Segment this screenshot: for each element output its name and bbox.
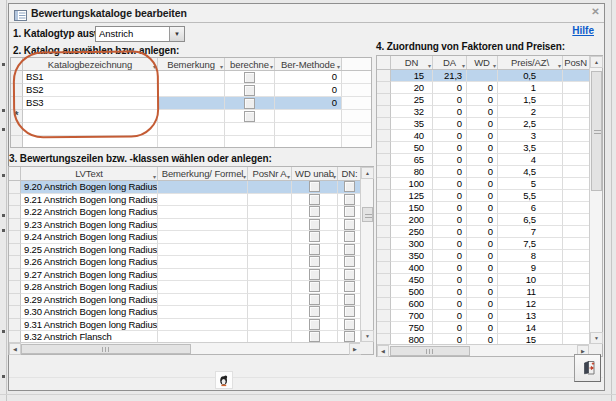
column-header-posnr[interactable]: PosN (563, 56, 589, 69)
table-row[interactable]: 9.25 Anstrich Bogen long Radius (9, 244, 360, 257)
cell-dn[interactable]: 80 (391, 166, 433, 178)
checkbox[interactable] (309, 269, 320, 280)
cell-posnr[interactable] (563, 262, 589, 274)
table-row[interactable]: 65004 (377, 154, 589, 166)
vertical-scrollbar[interactable]: ▲ ▼ (589, 56, 602, 344)
cell-berechne[interactable] (225, 110, 275, 123)
table-row[interactable]: 32002 (377, 106, 589, 118)
cell-ber-methode[interactable]: 0 (275, 97, 342, 110)
scroll-up-icon[interactable]: ▲ (361, 167, 374, 179)
row-selector[interactable] (377, 94, 391, 106)
exit-button[interactable] (574, 354, 601, 382)
cell-katalogbezeichnung[interactable]: BS3 (23, 97, 158, 110)
cell-posnr[interactable] (248, 269, 292, 282)
cell-posnr[interactable] (248, 331, 292, 342)
column-header-berechne[interactable]: berechne ▾ (225, 58, 275, 70)
cell-wd[interactable]: 0 (467, 226, 498, 238)
table-row[interactable]: 20001 (377, 82, 589, 94)
cell-da[interactable]: 0 (433, 106, 467, 118)
table-row[interactable]: 350008 (377, 250, 589, 262)
checkbox[interactable] (309, 294, 320, 305)
table-row[interactable]: 6000012 (377, 298, 589, 310)
cell-posnr[interactable] (563, 178, 589, 190)
cell-wd[interactable]: 0 (467, 274, 498, 286)
cell-wd-unab[interactable] (292, 206, 338, 219)
table-row[interactable]: 9.30 Anstrich Bogen long Radius (9, 306, 360, 319)
scrollbar-thumb[interactable] (362, 207, 373, 222)
cell-posnr[interactable] (563, 82, 589, 94)
checkbox[interactable] (344, 281, 355, 292)
cell-preis[interactable]: 6 (498, 202, 563, 214)
scrollbar-thumb[interactable] (390, 346, 470, 356)
checkbox[interactable] (244, 72, 255, 83)
cell-berechne[interactable] (225, 97, 275, 110)
cell-posnr[interactable] (248, 306, 292, 319)
cell-lvtext[interactable]: 9.31 Anstrich Bogen long Radius (21, 319, 158, 332)
row-selector[interactable] (377, 202, 391, 214)
cell-dn[interactable] (338, 319, 360, 332)
cell-posnr[interactable] (563, 238, 589, 250)
checkbox[interactable] (309, 244, 320, 255)
checkbox[interactable] (309, 231, 320, 242)
cell-posnr[interactable] (563, 166, 589, 178)
table-row[interactable]: 125005,5 (377, 190, 589, 202)
row-selector[interactable] (377, 178, 391, 190)
row-selector[interactable] (9, 181, 21, 194)
cell-dn[interactable]: 750 (391, 322, 433, 334)
cell-katalogbezeichnung[interactable] (23, 110, 158, 123)
cell-posnr[interactable] (563, 274, 589, 286)
cell-wd[interactable]: 0 (467, 106, 498, 118)
cell-wd[interactable]: 0 (467, 94, 498, 106)
cell-dn[interactable] (338, 219, 360, 232)
cell-posnr[interactable] (563, 310, 589, 322)
cell-berechne[interactable] (225, 84, 275, 97)
row-selector[interactable] (377, 190, 391, 202)
cell-da[interactable]: 0 (433, 190, 467, 202)
cell-posnr[interactable] (563, 142, 589, 154)
chevron-down-icon[interactable]: ▼ (169, 27, 184, 41)
new-record-row[interactable]: * (11, 110, 371, 123)
row-selector[interactable] (377, 118, 391, 130)
cell-dn[interactable]: 125 (391, 190, 433, 202)
select-all-corner[interactable] (11, 58, 23, 70)
table-row[interactable]: 300007,5 (377, 238, 589, 250)
checkbox[interactable] (344, 294, 355, 305)
table-row[interactable]: 400009 (377, 262, 589, 274)
cell-da[interactable]: 0 (433, 214, 467, 226)
cell-preis[interactable]: 14 (498, 322, 563, 334)
row-selector[interactable] (11, 84, 23, 97)
cell-posnr[interactable] (248, 181, 292, 194)
horizontal-scrollbar[interactable]: ◀ ▶ (377, 344, 589, 356)
cell-preis[interactable]: 12 (498, 298, 563, 310)
table-row[interactable]: 9.31 Anstrich Bogen long Radius (9, 319, 360, 332)
cell-wd-unab[interactable] (292, 231, 338, 244)
cell-dn[interactable] (338, 194, 360, 207)
cell-preis[interactable]: 5 (498, 178, 563, 190)
cell-lvtext[interactable]: 9.26 Anstrich Bogen long Radius (21, 256, 158, 269)
cell-dn[interactable]: 50 (391, 142, 433, 154)
row-selector[interactable] (9, 331, 21, 342)
select-all-corner[interactable] (9, 167, 21, 180)
cell-wd[interactable]: 0 (467, 202, 498, 214)
cell-dn[interactable]: 32 (391, 106, 433, 118)
cell-bemerkung[interactable] (158, 110, 225, 123)
cell-preis[interactable]: 3 (498, 130, 563, 142)
table-row[interactable]: 9.26 Anstrich Bogen long Radius (9, 256, 360, 269)
checkbox[interactable] (344, 231, 355, 242)
cell-bemerkung-formel[interactable] (158, 194, 248, 207)
checkbox[interactable] (309, 219, 320, 230)
cell-posnr[interactable] (563, 226, 589, 238)
scrollbar-thumb[interactable] (591, 71, 602, 191)
cell-wd-unab[interactable] (292, 331, 338, 342)
table-row[interactable]: 5000011 (377, 286, 589, 298)
row-selector[interactable] (9, 206, 21, 219)
cell-lvtext[interactable]: 9.28 Anstrich Bogen long Radius (21, 281, 158, 294)
checkbox[interactable] (244, 111, 255, 122)
cell-wd-unab[interactable] (292, 319, 338, 332)
cell-dn[interactable] (338, 181, 360, 194)
checkbox[interactable] (344, 306, 355, 317)
checkbox[interactable] (344, 331, 355, 342)
cell-dn[interactable] (338, 256, 360, 269)
filter-arrow-icon[interactable]: ▾ (462, 62, 465, 69)
cell-bemerkung-formel[interactable] (158, 319, 248, 332)
